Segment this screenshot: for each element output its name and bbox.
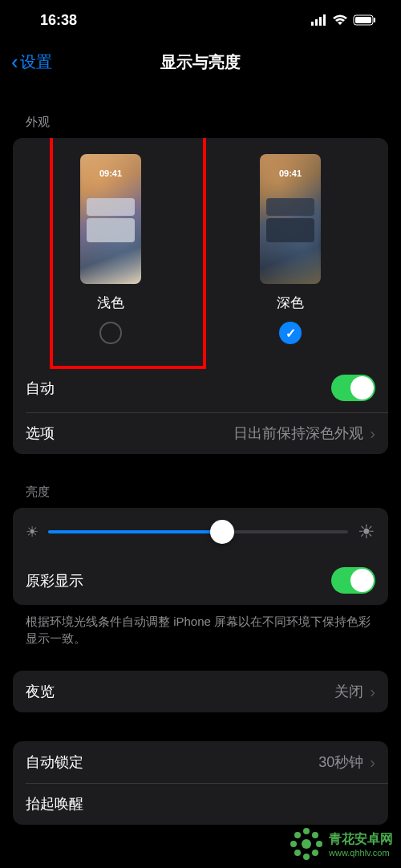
brightness-slider[interactable] <box>48 530 348 533</box>
status-bar: 16:38 <box>0 0 401 40</box>
svg-rect-5 <box>355 17 371 23</box>
status-time: 16:38 <box>40 12 77 29</box>
appearance-group: 09:41 浅色 09:41 深色 自动 选项 日出前保持深色外观 › <box>13 138 388 454</box>
appearance-options-cell[interactable]: 选项 日出前保持深色外观 › <box>13 412 388 454</box>
watermark-logo-icon <box>289 826 324 862</box>
sun-large-icon: ☀︎ <box>358 521 375 543</box>
night-shift-value: 关闭 <box>334 682 363 701</box>
svg-rect-6 <box>374 18 375 22</box>
svg-point-8 <box>303 828 310 834</box>
watermark-title: 青花安卓网 <box>329 831 393 848</box>
chevron-left-icon: ‹ <box>11 50 18 75</box>
cellular-icon <box>311 14 327 26</box>
dark-label: 深色 <box>277 294 304 312</box>
auto-lock-value: 30秒钟 <box>318 752 363 772</box>
auto-lock-label: 自动锁定 <box>26 752 83 772</box>
svg-point-7 <box>302 839 311 849</box>
svg-point-11 <box>316 841 322 847</box>
raise-to-wake-cell: 抬起唤醒 <box>13 783 388 825</box>
lock-group: 自动锁定 30秒钟 › 抬起唤醒 <box>13 741 388 825</box>
back-button[interactable]: ‹ 设置 <box>11 50 52 75</box>
svg-rect-0 <box>311 22 314 26</box>
appearance-header: 外观 <box>0 84 401 138</box>
auto-label: 自动 <box>26 379 55 398</box>
light-label: 浅色 <box>97 294 124 312</box>
navigation-bar: ‹ 设置 显示与亮度 <box>0 40 401 84</box>
chevron-right-icon: › <box>370 424 375 443</box>
svg-point-10 <box>290 841 297 847</box>
raise-to-wake-label: 抬起唤醒 <box>26 794 83 813</box>
options-value: 日出前保持深色外观 <box>233 424 363 443</box>
options-label: 选项 <box>26 424 55 443</box>
brightness-group: ☀︎ ☀︎ 原彩显示 <box>13 508 388 605</box>
svg-point-12 <box>294 832 301 838</box>
auto-toggle[interactable] <box>331 375 375 401</box>
true-tone-footer: 根据环境光线条件自动调整 iPhone 屏幕以在不同环境下保持色彩显示一致。 <box>0 605 401 655</box>
wifi-icon <box>332 14 348 26</box>
night-shift-label: 夜览 <box>26 682 55 701</box>
true-tone-label: 原彩显示 <box>26 571 83 590</box>
watermark: 青花安卓网 www.qhhlv.com <box>289 826 393 862</box>
chevron-right-icon: › <box>370 753 375 772</box>
true-tone-cell: 原彩显示 <box>13 556 388 605</box>
watermark-url: www.qhhlv.com <box>329 848 393 858</box>
auto-lock-cell[interactable]: 自动锁定 30秒钟 › <box>13 741 388 783</box>
svg-rect-1 <box>315 19 318 26</box>
appearance-selector: 09:41 浅色 09:41 深色 <box>13 138 388 363</box>
battery-icon <box>353 14 377 26</box>
svg-rect-2 <box>319 17 322 26</box>
status-indicators <box>311 14 377 26</box>
appearance-light-option[interactable]: 09:41 浅色 <box>21 154 200 344</box>
auto-appearance-cell: 自动 <box>13 363 388 412</box>
svg-point-14 <box>294 850 301 856</box>
appearance-dark-option[interactable]: 09:41 深色 <box>200 154 380 344</box>
svg-point-9 <box>303 854 310 860</box>
light-radio[interactable] <box>99 322 122 344</box>
chevron-right-icon: › <box>370 683 375 701</box>
night-shift-cell[interactable]: 夜览 关闭 › <box>13 671 388 712</box>
svg-rect-3 <box>323 14 326 26</box>
light-preview: 09:41 <box>80 154 141 284</box>
true-tone-toggle[interactable] <box>331 567 375 594</box>
svg-point-13 <box>312 832 318 838</box>
back-label: 设置 <box>20 51 52 73</box>
dark-radio[interactable] <box>279 322 302 344</box>
brightness-slider-cell: ☀︎ ☀︎ <box>13 508 388 556</box>
svg-point-15 <box>312 850 318 856</box>
page-title: 显示与亮度 <box>160 51 241 73</box>
sun-small-icon: ☀︎ <box>26 523 38 541</box>
dark-preview: 09:41 <box>260 154 321 284</box>
night-shift-group: 夜览 关闭 › <box>13 671 388 712</box>
brightness-header: 亮度 <box>0 454 401 508</box>
